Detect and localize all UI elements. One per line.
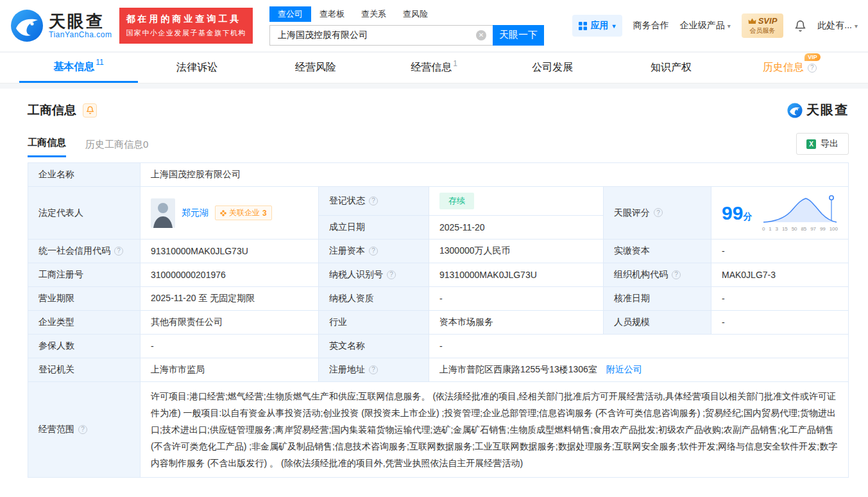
search-tab-risk[interactable]: 查风险 — [395, 6, 436, 22]
tab-history-info[interactable]: 历史信息 VIP ? — [730, 53, 849, 83]
search-type-tabs: 查公司 查老板 查关系 查风险 — [269, 6, 544, 22]
apps-button[interactable]: 应用 ▾ — [572, 15, 622, 37]
related-icon — [220, 210, 226, 216]
main-content: 工商信息 天眼查 工商信息 历史工商信息0 X 导出 — [0, 89, 868, 489]
tab-company-development[interactable]: 公司发展 — [493, 53, 612, 83]
search-box: ✕ — [269, 25, 493, 46]
reg-authority-value: 上海市市监局 — [140, 358, 319, 382]
score-distribution-chart: 0131550859799100 — [762, 194, 838, 232]
credit-code-value: 91310000MAK0JLG73U — [140, 240, 319, 263]
tab-intellectual-property[interactable]: 知识产权 — [612, 53, 731, 83]
paid-capital-value: - — [711, 240, 849, 263]
legal-rep-avatar[interactable] — [151, 198, 175, 228]
taxpayer-quality-label: 纳税人资质 — [319, 287, 429, 311]
top-header: 天眼查 TianYanCha.com 都在用的商业查询工具 国家中小企业发展子基… — [0, 0, 868, 51]
tab-basic-info[interactable]: 基本信息11 — [19, 53, 138, 83]
tab-legal-litigation[interactable]: 法律诉讼 — [138, 53, 257, 83]
help-icon[interactable]: ? — [654, 208, 663, 217]
reg-capital-label: 注册资本? — [319, 240, 429, 263]
search-tab-relation[interactable]: 查关系 — [353, 6, 395, 22]
credit-code-label: 统一社会信用代码? — [28, 240, 140, 263]
establish-date-label: 成立日期 — [319, 216, 429, 240]
insured-count-value: - — [140, 335, 319, 358]
help-icon[interactable]: ? — [369, 247, 378, 256]
svip-membership-badge[interactable]: SVIP 会员服务 — [742, 13, 784, 38]
staff-size-label: 人员规模 — [604, 311, 711, 335]
user-name: 此处有... — [817, 20, 852, 31]
search-tab-boss[interactable]: 查老板 — [311, 6, 353, 22]
tab-operation-risk[interactable]: 经营风险 — [256, 53, 375, 83]
notification-bell-icon[interactable] — [794, 20, 806, 32]
legal-rep-name-link[interactable]: 郑元湖 — [182, 207, 208, 219]
score-chart-ticks: 0131550859799100 — [762, 226, 838, 232]
brand-logo[interactable]: 天眼查 TianYanCha.com — [10, 9, 112, 42]
org-code-value: MAK0JLG7-3 — [711, 263, 849, 287]
taxpayer-id-label: 纳税人识别号? — [319, 263, 429, 287]
nearby-company-link[interactable]: 附近公司 — [606, 364, 642, 374]
chevron-down-icon: ▾ — [613, 22, 616, 30]
company-name-label: 企业名称 — [28, 163, 140, 187]
help-icon[interactable]: ? — [369, 196, 378, 205]
score-label: 天眼评分? — [604, 187, 711, 240]
help-icon[interactable]: ? — [369, 365, 378, 374]
score-number[interactable]: 99分 — [722, 202, 752, 224]
search-button[interactable]: 天眼一下 — [493, 25, 544, 46]
excel-icon: X — [806, 139, 816, 149]
english-name-value: - — [429, 335, 849, 358]
score-tick: 3 — [776, 226, 778, 232]
legal-rep-value: 郑元湖 关联企业 3 — [140, 187, 319, 240]
search-tab-company[interactable]: 查公司 — [269, 6, 311, 22]
score-tick: 15 — [782, 226, 788, 232]
search-input[interactable] — [277, 30, 469, 41]
reg-number-value: 310000000201976 — [140, 263, 319, 287]
score-tick: 1 — [769, 226, 771, 232]
svip-sublabel: 会员服务 — [748, 26, 778, 35]
taxpayer-id-value: 91310000MAK0JLG73U — [429, 263, 604, 287]
monitor-bell-icon[interactable] — [83, 103, 97, 118]
industry-value: 资本市场服务 — [429, 311, 604, 335]
tianyancha-swirl-icon — [10, 9, 44, 42]
score-tick: 50 — [792, 226, 797, 232]
company-name-value: 上海国茂控股有限公司 — [140, 163, 849, 187]
tianyancha-watermark: 天眼查 — [787, 101, 849, 119]
grid-icon — [579, 22, 587, 30]
business-scope-value: 许可项目:港口经营;燃气经营;生物质燃气生产和供应;互联网信息服务。 (依法须经… — [140, 382, 849, 478]
subtab-history-business-info[interactable]: 历史工商信息0 — [85, 139, 148, 157]
help-icon[interactable]: ? — [78, 425, 87, 434]
table-row: 企业名称 上海国茂控股有限公司 — [28, 163, 849, 187]
score-tick: 0 — [762, 226, 765, 232]
tab-count-badge: 11 — [96, 58, 103, 67]
table-row: 营业期限 2025-11-20 至 无固定期限 纳税人资质 - 核准日期 - — [28, 287, 849, 311]
clear-search-icon[interactable]: ✕ — [476, 30, 486, 40]
reg-status-value: 存续 — [429, 187, 604, 216]
section-title: 工商信息 — [28, 102, 76, 119]
table-row: 参保人数 - 英文名称 - — [28, 335, 849, 358]
help-icon[interactable]: ? — [808, 64, 817, 73]
business-term-value: 2025-11-20 至 无固定期限 — [140, 287, 319, 311]
crown-icon — [748, 18, 756, 24]
table-row: 统一社会信用代码? 91310000MAK0JLG73U 注册资本? 13000… — [28, 240, 849, 263]
help-icon[interactable]: ? — [387, 270, 396, 279]
insured-count-label: 参保人数 — [28, 335, 140, 358]
section-divider — [0, 83, 868, 89]
subtab-business-info[interactable]: 工商信息 — [28, 137, 66, 157]
score-tick: 85 — [801, 226, 806, 232]
tab-count-badge: 1 — [453, 59, 457, 68]
promo-line1: 都在用的商业查询工具 — [126, 13, 246, 25]
biz-cooperation-link[interactable]: 商务合作 — [633, 20, 669, 31]
reg-status-label: 登记状态? — [319, 187, 429, 216]
help-icon[interactable]: ? — [114, 247, 123, 256]
vip-badge: VIP — [804, 53, 821, 61]
export-button[interactable]: X 导出 — [796, 133, 849, 155]
score-tick: 99 — [820, 226, 826, 232]
establish-date-value: 2025-11-20 — [429, 216, 604, 240]
legal-rep-label: 法定代表人 — [28, 187, 140, 240]
reg-number-label: 工商注册号 — [28, 263, 140, 287]
related-company-tag[interactable]: 关联企业 3 — [215, 205, 272, 220]
user-menu[interactable]: 此处有... ▾ — [817, 20, 858, 31]
enterprise-product-link[interactable]: 企业级产品 ▾ — [680, 20, 731, 31]
help-icon[interactable]: ? — [672, 270, 681, 279]
related-count: 3 — [262, 209, 267, 218]
approval-date-value: - — [711, 287, 849, 311]
tab-operation-info[interactable]: 经营信息1 — [375, 53, 493, 83]
